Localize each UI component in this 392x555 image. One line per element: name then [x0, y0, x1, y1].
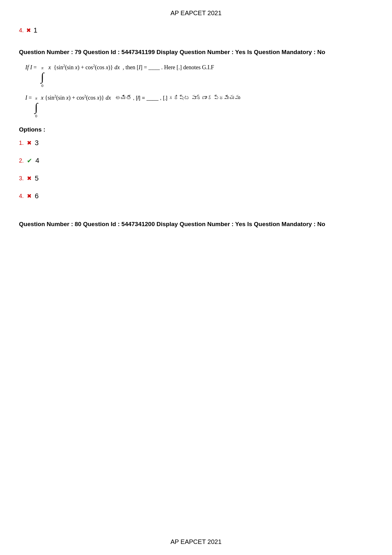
question-80-header: Question Number : 80 Question Id : 54473… [19, 219, 373, 229]
prev-option-value: 1 [34, 26, 37, 34]
question-79-header-text: Question Number : 79 Question Id : 54473… [19, 49, 325, 55]
prev-cross-icon: ✖ [26, 27, 31, 34]
prev-answer-row: 4. ✖ 1 [19, 26, 373, 34]
question-79-math-english: If I = π ∫ 0 x {sin2(sin x) + cos2(cos x… [25, 64, 373, 88]
question-79-block: Question Number : 79 Question Id : 54473… [19, 47, 373, 200]
telugu-text: అయితే , [I] = ____ , [.] గరిష్ట పూర్ణాంక… [114, 95, 240, 101]
question-79-header: Question Number : 79 Question Id : 54473… [19, 47, 373, 57]
option-3-value: 5 [35, 174, 39, 182]
question-79-math-telugu: I = π ∫ 0 x {sin2(sin x) + cos2(cos x)} … [25, 94, 373, 119]
header-title: AP EAPCET 2021 [170, 9, 222, 16]
options-label-text: Options : [19, 126, 45, 133]
option-2-row: 2. ✔ 4 [19, 157, 373, 165]
option-4-row: 4. ✖ 6 [19, 192, 373, 200]
footer-title: AP EAPCET 2021 [170, 538, 222, 545]
question-80-block: Question Number : 80 Question Id : 54473… [19, 219, 373, 229]
option-1-number: 1. [19, 140, 24, 146]
prev-option-number: 4. [19, 27, 24, 34]
option-2-check-icon: ✔ [27, 157, 32, 164]
option-4-cross-icon: ✖ [27, 193, 32, 200]
options-label: Options : [19, 126, 373, 133]
option-3-row: 3. ✖ 5 [19, 174, 373, 182]
option-4-number: 4. [19, 193, 24, 200]
option-2-number: 2. [19, 157, 24, 164]
page-footer: AP EAPCET 2021 [0, 538, 392, 546]
option-4-value: 6 [35, 192, 39, 200]
option-3-number: 3. [19, 175, 24, 182]
option-1-value: 3 [35, 139, 39, 147]
option-1-row: 1. ✖ 3 [19, 139, 373, 147]
question-80-header-text: Question Number : 80 Question Id : 54473… [19, 221, 325, 227]
option-1-cross-icon: ✖ [27, 139, 32, 146]
page-header: AP EAPCET 2021 [19, 9, 373, 17]
option-3-cross-icon: ✖ [27, 175, 32, 182]
option-2-value: 4 [35, 157, 39, 165]
